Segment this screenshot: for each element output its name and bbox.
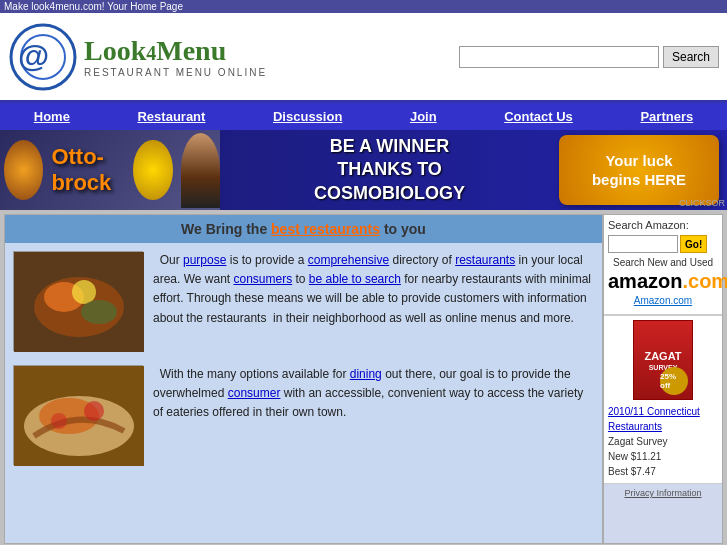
zagat-restaurants-link[interactable]: Restaurants bbox=[608, 421, 662, 432]
content-block-1: Our purpose is to provide a comprehensiv… bbox=[13, 251, 594, 351]
amazon-new-used: Search New and Used bbox=[608, 257, 718, 268]
clicksor-label: CLICKSOR bbox=[679, 198, 725, 208]
zagat-best-price: $7.47 bbox=[631, 466, 656, 477]
navigation: Home Restaurant Discussion Join Contact … bbox=[0, 103, 727, 130]
dining-link[interactable]: dining bbox=[350, 367, 382, 381]
homepage-link[interactable]: Make look4menu.com! Your Home Page bbox=[4, 1, 183, 12]
zagat-year-link[interactable]: 2010/11 Connecticut bbox=[608, 406, 700, 417]
banner-cta[interactable]: Your luck begins HERE bbox=[559, 135, 719, 205]
search-input[interactable] bbox=[459, 46, 659, 68]
logo-menu: Menu bbox=[156, 35, 226, 66]
logo-title: Look4Menu bbox=[84, 35, 267, 67]
banner-line2: THANKS TO bbox=[314, 158, 465, 181]
we-bring-text-before: We Bring the bbox=[181, 221, 271, 237]
food-image-1 bbox=[13, 251, 143, 351]
zagat-best-label: Best bbox=[608, 466, 628, 477]
zagat-survey: Zagat Survey bbox=[608, 436, 667, 447]
logo-look: Look bbox=[84, 35, 146, 66]
content-area: We Bring the best restaurants to you Our… bbox=[4, 214, 603, 544]
svg-point-6 bbox=[72, 280, 96, 304]
svg-point-11 bbox=[84, 401, 104, 421]
banner: Otto-brock BE A WINNER THANKS TO COSMOBI… bbox=[0, 130, 727, 210]
header: @ Look4Menu RESTAURANT MENU ONLINE Searc… bbox=[0, 13, 727, 103]
logo-number: 4 bbox=[146, 42, 156, 64]
nav-join[interactable]: Join bbox=[410, 109, 437, 124]
zagat-book-title: ZAGAT bbox=[644, 350, 681, 362]
zagat-new-price: $11.21 bbox=[631, 451, 662, 462]
banner-brand-text: Otto-brock bbox=[47, 140, 129, 200]
banner-middle: BE A WINNER THANKS TO COSMOBIOLOGY bbox=[220, 135, 559, 205]
banner-food-2 bbox=[133, 140, 172, 200]
banner-cta-line1: Your luck bbox=[592, 151, 686, 171]
main-content: We Bring the best restaurants to you Our… bbox=[0, 210, 727, 545]
amazon-search-area: Go! bbox=[608, 235, 718, 253]
logo-text: Look4Menu RESTAURANT MENU ONLINE bbox=[84, 35, 267, 78]
svg-point-12 bbox=[51, 413, 67, 429]
consumers-link[interactable]: consumers bbox=[233, 272, 292, 286]
zagat-state: Connecticut bbox=[647, 406, 700, 417]
banner-food-1 bbox=[4, 140, 43, 200]
zagat-new-label: New bbox=[608, 451, 628, 462]
banner-middle-text: BE A WINNER THANKS TO COSMOBIOLOGY bbox=[314, 135, 465, 205]
amazon-link[interactable]: Amazon.com bbox=[608, 295, 718, 306]
zagat-off-text: 25% off bbox=[660, 372, 688, 390]
amazon-section: Search Amazon: Go! Search New and Used a… bbox=[604, 215, 722, 315]
zagat-info: 2010/11 Connecticut Restaurants Zagat Su… bbox=[608, 404, 718, 479]
svg-point-7 bbox=[81, 300, 117, 324]
banner-cta-line2: begins HERE bbox=[592, 170, 686, 190]
consumer-link[interactable]: consumer bbox=[228, 386, 281, 400]
sidebar: Search Amazon: Go! Search New and Used a… bbox=[603, 214, 723, 544]
amazon-logo: amazon.com bbox=[608, 270, 718, 293]
content-text-2: With the many options available for dini… bbox=[153, 365, 594, 423]
nav-home[interactable]: Home bbox=[34, 109, 70, 124]
content-block-2: With the many options available for dini… bbox=[13, 365, 594, 465]
we-bring-header: We Bring the best restaurants to you bbox=[5, 215, 602, 243]
amazon-go-button[interactable]: Go! bbox=[680, 235, 707, 253]
logo-subtitle: RESTAURANT MENU ONLINE bbox=[84, 67, 267, 78]
purpose-link[interactable]: purpose bbox=[183, 253, 226, 267]
privacy-link[interactable]: Privacy Information bbox=[624, 488, 701, 498]
nav-partners[interactable]: Partners bbox=[640, 109, 693, 124]
search-button[interactable]: Search bbox=[663, 46, 719, 68]
zagat-year: 2010/11 bbox=[608, 406, 644, 417]
logo-area: @ Look4Menu RESTAURANT MENU ONLINE bbox=[8, 22, 267, 92]
banner-person bbox=[181, 133, 220, 208]
we-bring-text-after: to you bbox=[380, 221, 426, 237]
zagat-discount-badge: 25% off bbox=[660, 367, 688, 395]
we-bring-link[interactable]: best restaurants bbox=[271, 221, 380, 237]
restaurants-link[interactable]: restaurants bbox=[455, 253, 515, 267]
top-bar: Make look4menu.com! Your Home Page bbox=[0, 0, 727, 13]
nav-contact[interactable]: Contact Us bbox=[504, 109, 573, 124]
food-image-2 bbox=[13, 365, 143, 465]
logo-image: @ bbox=[8, 22, 78, 92]
zagat-book-cover: ZAGAT SURVEY 25% off bbox=[633, 320, 693, 400]
banner-brand-name: Otto-brock bbox=[51, 144, 111, 195]
banner-line1: BE A WINNER bbox=[314, 135, 465, 158]
comprehensive-link[interactable]: comprehensive bbox=[308, 253, 389, 267]
amazon-label: Search Amazon: bbox=[608, 219, 718, 231]
be-able-to-search-link[interactable]: be able to search bbox=[309, 272, 401, 286]
zagat-section: ZAGAT SURVEY 25% off 2010/11 Connecticut… bbox=[604, 315, 722, 483]
nav-discussion[interactable]: Discussion bbox=[273, 109, 342, 124]
privacy-info: Privacy Information bbox=[604, 483, 722, 502]
search-area: Search bbox=[459, 46, 719, 68]
content-inner: Our purpose is to provide a comprehensiv… bbox=[5, 243, 602, 543]
amazon-search-input[interactable] bbox=[608, 235, 678, 253]
banner-line3: COSMOBIOLOGY bbox=[314, 182, 465, 205]
banner-brand: Otto-brock bbox=[0, 130, 220, 210]
nav-restaurant[interactable]: Restaurant bbox=[137, 109, 205, 124]
content-text-1: Our purpose is to provide a comprehensiv… bbox=[153, 251, 594, 328]
svg-text:@: @ bbox=[18, 38, 49, 74]
